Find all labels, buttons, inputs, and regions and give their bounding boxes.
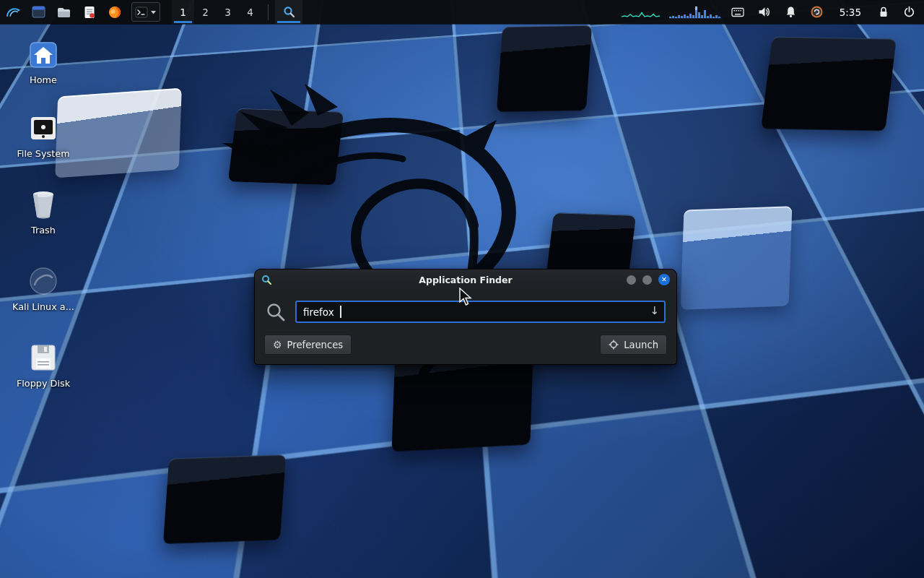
volume-icon[interactable]: [758, 6, 771, 18]
launcher-terminal-group[interactable]: [131, 2, 160, 22]
desktop-icon-label: Home: [30, 74, 57, 85]
wallpaper-cube: [761, 37, 897, 131]
workspace-switcher: 1 2 3 4: [172, 0, 261, 24]
maximize-button[interactable]: [642, 275, 652, 285]
close-icon: ✕: [661, 276, 667, 283]
gear-icon: ⚙: [273, 340, 282, 350]
power-icon[interactable]: [903, 6, 915, 18]
panel-separator: [268, 4, 269, 20]
folder-icon: [57, 7, 71, 18]
keyboard-icon[interactable]: [731, 7, 744, 17]
minimize-button[interactable]: [627, 275, 636, 285]
titlebar[interactable]: Application Finder ✕: [255, 269, 676, 290]
cpu-graph-icon[interactable]: [622, 7, 661, 18]
launch-icon: [609, 340, 619, 350]
application-finder-icon: [261, 275, 272, 285]
network-graph-icon[interactable]: [669, 6, 721, 19]
desktop-icon-label: Trash: [31, 225, 56, 236]
application-finder-task-icon: [283, 6, 295, 18]
launch-button[interactable]: Launch: [600, 335, 667, 355]
workspace-1[interactable]: 1: [172, 0, 194, 24]
desktop-icon-label: Floppy Disk: [17, 378, 70, 389]
kali-menu-icon: [5, 4, 21, 20]
desktop-icon-kali-linux[interactable]: Kali Linux a...: [9, 266, 78, 312]
window-title: Application Finder: [255, 275, 676, 285]
preferences-label: Preferences: [287, 340, 344, 350]
desktop-icon-file-system[interactable]: File System: [9, 114, 78, 159]
trash-icon: [27, 189, 59, 220]
wallpaper-cube: [163, 454, 286, 544]
launcher-file-manager[interactable]: [26, 0, 51, 24]
text-caret: [340, 306, 341, 318]
notifications-bell-icon[interactable]: [785, 6, 797, 18]
desktop-icon-home[interactable]: Home: [9, 40, 78, 85]
file-system-icon: [27, 114, 59, 143]
screen-lock-icon[interactable]: [878, 6, 889, 18]
launch-label: Launch: [624, 340, 658, 350]
terminal-icon: [135, 7, 148, 18]
updates-icon[interactable]: [811, 6, 823, 18]
workspace-2[interactable]: 2: [194, 0, 217, 24]
search-field-wrap: ↓: [295, 301, 666, 323]
home-icon: [27, 40, 59, 69]
desktop-icon-label: Kali Linux a...: [12, 301, 74, 312]
mouse-cursor: [459, 288, 475, 306]
desktop: Home File System Trash Kali Linux a...: [0, 0, 924, 578]
kali-linux-icon: [27, 266, 59, 296]
system-tray: 5:35: [731, 6, 915, 18]
desktop-icon-label: File System: [17, 148, 69, 159]
search-icon: [266, 302, 286, 322]
desktop-icon-floppy-disk[interactable]: Floppy Disk: [9, 342, 78, 389]
applications-menu-button[interactable]: [0, 0, 26, 24]
text-editor-icon: [84, 6, 95, 19]
launcher-firefox[interactable]: [102, 0, 127, 24]
floppy-disk-icon: [27, 342, 59, 373]
preferences-button[interactable]: ⚙ Preferences: [264, 335, 352, 355]
top-panel: 1 2 3 4: [0, 0, 924, 24]
workspace-3[interactable]: 3: [217, 0, 239, 24]
search-input[interactable]: [295, 301, 666, 323]
dropdown-arrow-icon[interactable]: ↓: [650, 304, 659, 317]
taskbar-application-finder[interactable]: [275, 0, 302, 24]
system-monitors: [622, 6, 721, 19]
launcher-text-editor[interactable]: [77, 0, 102, 24]
desktop-icon-trash[interactable]: Trash: [9, 189, 78, 236]
close-button[interactable]: ✕: [658, 274, 670, 285]
application-finder-window: Application Finder ✕ ↓: [254, 269, 677, 365]
wallpaper-cube: [681, 206, 793, 309]
firefox-icon: [108, 6, 121, 19]
launcher-files[interactable]: [51, 0, 77, 24]
clock[interactable]: 5:35: [840, 7, 861, 18]
workspace-4[interactable]: 4: [239, 0, 261, 24]
app-window-icon: [32, 6, 45, 18]
chevron-down-icon[interactable]: [150, 10, 157, 14]
